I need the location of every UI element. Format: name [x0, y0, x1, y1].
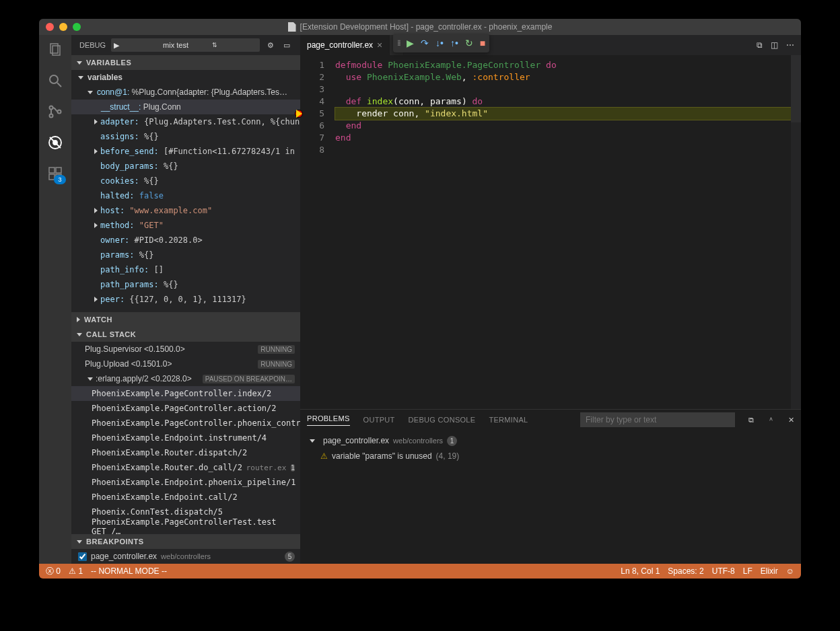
split-editor-icon[interactable]: ◫ [771, 40, 778, 50]
stack-frame[interactable]: PhoenixExample.Endpoint.instrument/4 [71, 431, 300, 445]
status-eol[interactable]: LF [743, 566, 753, 576]
chevron-down-icon [78, 76, 83, 79]
step-into-button[interactable]: ↓• [435, 38, 444, 48]
svg-rect-13 [56, 174, 61, 180]
explorer-icon[interactable] [46, 40, 65, 59]
stack-frame[interactable]: PhoenixExample.Router.do_call/2router.ex… [71, 460, 300, 475]
stack-frame[interactable]: PhoenixExample.PageController.action/2 [71, 401, 300, 416]
stack-frame[interactable]: PhoenixExample.Endpoint.phoenix_pipeline… [71, 475, 300, 490]
svg-point-9 [53, 141, 57, 145]
variable-item[interactable]: assigns: %{} [71, 129, 300, 144]
paused-thread-row[interactable]: :erlang.apply/2 <0.2028.0>PAUSED ON BREA… [71, 371, 300, 386]
status-encoding[interactable]: UTF-8 [712, 566, 735, 576]
tab-terminal[interactable]: TERMINAL [489, 416, 528, 424]
start-debug-icon[interactable]: ▶ [112, 41, 159, 50]
panel-close-icon[interactable]: ✕ [788, 416, 794, 424]
problem-message: variable "params" is unused [332, 451, 432, 461]
maximize-window[interactable] [73, 23, 81, 31]
breakpoints-section[interactable]: Breakpoints [71, 534, 300, 549]
debug-console-icon[interactable]: ▭ [281, 41, 292, 50]
step-out-button[interactable]: ↑• [450, 38, 458, 48]
chevron-down-icon [310, 439, 315, 443]
debug-toolbar[interactable]: ⁞⁞ ▶ ↷ ↓• ↑• ↻ ■ [393, 34, 489, 52]
breakpoint-row[interactable]: page_controller.ex web/controllers 5 [71, 549, 300, 564]
variable-item[interactable]: method: "GET" [71, 218, 300, 233]
thread-row[interactable]: Plug.Supervisor <0.1500.0>RUNNING [71, 342, 300, 357]
variable-item[interactable]: path_info: [] [71, 262, 300, 277]
panel-up-icon[interactable]: ＾ [767, 415, 775, 425]
editor-area: page_controller.ex × la ⁞⁞ ▶ ↷ ↓• ↑• ↻ ■… [300, 35, 801, 564]
variable-item[interactable]: halted: false [71, 188, 300, 203]
problem-path: web/controllers [393, 437, 443, 445]
feedback-icon[interactable]: ☺ [786, 566, 794, 576]
variable-item[interactable]: params: %{} [71, 248, 300, 262]
svg-point-2 [50, 75, 58, 83]
stack-frame[interactable]: PhoenixExample.PageController.phoenix_co… [71, 416, 300, 431]
variable-struct[interactable]: __struct__: Plug.Conn [71, 100, 300, 114]
variable-item[interactable]: owner: #PID<0.2028.0> [71, 233, 300, 248]
code-body[interactable]: defmodule PhoenixExample.PageController … [335, 55, 801, 409]
tab-output[interactable]: OUTPUT [363, 416, 395, 424]
minimap[interactable] [791, 55, 801, 409]
variable-item[interactable]: path_params: %{} [71, 277, 300, 292]
chevron-down-icon [77, 333, 82, 336]
scm-icon[interactable] [46, 102, 65, 121]
tab-debug-console[interactable]: DEBUG CONSOLE [409, 416, 476, 424]
thread-row[interactable]: Plug.Upload <0.1501.0>RUNNING [71, 357, 300, 371]
variable-root[interactable]: conn@1: %Plug.Conn{adapter: {Plug.Adapte… [71, 85, 300, 100]
gear-icon[interactable]: ⚙ [265, 41, 276, 50]
stack-frame[interactable]: PhoenixExample.PageControllerTest.test G… [71, 519, 300, 534]
tab-label: page_controller.ex [307, 40, 373, 50]
variable-item[interactable]: adapter: {Plug.Adapters.Test.Conn, %{chu… [71, 114, 300, 129]
status-position[interactable]: Ln 8, Col 1 [621, 566, 660, 576]
stack-frame[interactable]: PhoenixExample.Endpoint.call/2 [71, 490, 300, 505]
svg-point-5 [50, 114, 53, 118]
debug-config-select[interactable]: ▶ mix test ⇅ [111, 38, 260, 52]
more-icon[interactable]: ⋯ [786, 40, 794, 50]
svg-point-6 [58, 110, 61, 114]
status-language[interactable]: Elixir [761, 566, 778, 576]
continue-button[interactable]: ▶ [407, 38, 414, 48]
debug-icon[interactable] [46, 133, 65, 152]
tab-problems[interactable]: PROBLEMS [307, 414, 350, 426]
variable-item[interactable]: peer: {{127, 0, 0, 1}, 111317} [71, 292, 300, 307]
variable-item[interactable]: host: "www.example.com" [71, 203, 300, 218]
problem-item[interactable]: ⚠ variable "params" is unused (4, 19) [307, 449, 794, 463]
problem-file[interactable]: page_controller.ex web/controllers 1 [307, 433, 794, 449]
status-spaces[interactable]: Spaces: 2 [668, 566, 703, 576]
restart-button[interactable]: ↻ [465, 38, 473, 48]
minimize-window[interactable] [59, 23, 67, 31]
breakpoint-line-badge: 5 [285, 552, 295, 562]
grip-icon[interactable]: ⁞⁞ [397, 38, 400, 48]
close-window[interactable] [46, 23, 54, 31]
tab-page-controller[interactable]: page_controller.ex × [300, 35, 390, 55]
variable-item[interactable]: cookies: %{} [71, 174, 300, 188]
step-over-button[interactable]: ↷ [421, 38, 429, 48]
extensions-icon[interactable] [46, 164, 65, 183]
variables-section[interactable]: Variables [71, 55, 300, 70]
panel-tabs: PROBLEMS OUTPUT DEBUG CONSOLE TERMINAL ⧉… [300, 410, 801, 430]
compare-icon[interactable]: ⧉ [757, 40, 763, 50]
problem-filename: page_controller.ex [323, 436, 389, 445]
code-editor[interactable]: 12345678 defmodule PhoenixExample.PageCo… [300, 55, 801, 409]
stack-frame[interactable]: PhoenixExample.Router.dispatch/2 [71, 445, 300, 460]
close-icon[interactable]: × [377, 40, 382, 50]
stack-frame[interactable]: PhoenixExample.PageController.index/2 [71, 386, 300, 401]
collapse-all-icon[interactable]: ⧉ [748, 416, 754, 424]
filter-input[interactable] [580, 412, 735, 427]
variables-scope[interactable]: variables [71, 70, 300, 85]
svg-point-4 [50, 106, 53, 110]
status-warnings[interactable]: ⚠ 1 [69, 566, 83, 576]
callstack-section[interactable]: Call Stack [71, 327, 300, 342]
scope-label: variables [88, 73, 123, 82]
problem-count: 1 [447, 436, 457, 446]
variable-item[interactable]: before_send: [#Function<11.67278243/1 in… [71, 144, 300, 159]
breakpoint-checkbox[interactable] [78, 552, 87, 561]
debug-label: DEBUG [79, 41, 106, 49]
gutter[interactable]: 12345678 [300, 55, 335, 409]
watch-section[interactable]: Watch [71, 312, 300, 327]
stop-button[interactable]: ■ [480, 38, 485, 48]
variable-item[interactable]: body_params: %{} [71, 159, 300, 174]
status-errors[interactable]: ⓧ 0 [46, 566, 61, 577]
search-icon[interactable] [46, 71, 65, 90]
